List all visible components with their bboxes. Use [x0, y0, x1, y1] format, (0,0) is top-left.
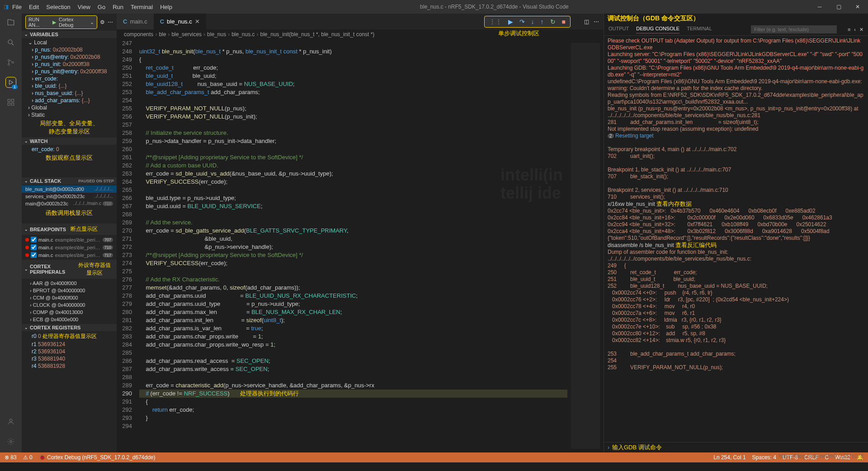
console-output[interactable]: Please check OUTPUT tab (Adapter Output)… — [604, 36, 868, 442]
minimize-icon[interactable]: ─ — [813, 4, 826, 10]
breadcrumb-segment[interactable]: ble_nus — [207, 31, 226, 38]
section-watch[interactable]: ⌄WATCH — [22, 138, 117, 145]
variable-item[interactable]: › err_code: — [22, 75, 117, 82]
section-callstack[interactable]: ⌄CALL STACKPAUSED ON STEP — [22, 177, 117, 185]
settings-gear-icon[interactable] — [5, 436, 16, 447]
peripheral-item[interactable]: › CCM @ 0x4000f000 — [22, 294, 117, 301]
scope-local[interactable]: ⌄ Local — [22, 39, 117, 46]
more-actions-icon[interactable]: ⋯ — [594, 19, 599, 25]
variable-item[interactable]: › p_nus_init@entry: 0x2000ff38 — [22, 68, 117, 75]
callstack-frame[interactable]: main@0x0002b23c../../../../main.c 710 — [22, 200, 117, 207]
search-icon[interactable] — [5, 37, 16, 48]
svg-rect-6 — [8, 103, 10, 105]
panel-collapse-icon[interactable]: ‹ — [854, 27, 856, 33]
callstack-frame[interactable]: ble_nus_init@0x0002cd00../../../../... — [22, 186, 117, 193]
section-registers[interactable]: ⌄CORTEX REGISTERS — [22, 324, 117, 331]
register-item[interactable]: r2 536936104 — [22, 348, 117, 355]
step-out-icon[interactable]: ↑ — [541, 18, 544, 25]
breakpoint-item[interactable]: main.c examples\ble_peripheral\... 710 — [22, 243, 117, 251]
breakpoint-item[interactable]: main.c examples\ble_peripheral\... 717 — [22, 251, 117, 259]
note-callstack: 函数调用栈显示区 — [22, 208, 117, 218]
panel-tab-output[interactable]: OUTPUT — [609, 26, 629, 33]
step-into-icon[interactable]: ↓ — [531, 18, 534, 25]
restart-icon[interactable]: ↻ — [550, 18, 556, 25]
callstack-frame[interactable]: services_init@0x0002b23c../../../../... — [22, 193, 117, 200]
panel-tab-debug-console[interactable]: DEBUG CONSOLE — [636, 26, 679, 33]
watch-item[interactable]: err_code: 0 — [22, 146, 117, 153]
variable-item[interactable]: › p_nus_init: 0x2000ff38 — [22, 61, 117, 68]
menu-run[interactable]: Run — [109, 4, 127, 10]
menu-file[interactable]: File — [9, 4, 25, 10]
breakpoint-checkbox[interactable] — [31, 252, 37, 258]
status-position[interactable]: Ln 254, Col 1 — [713, 454, 745, 461]
variable-item[interactable]: › p_nus: 0x20002b08 — [22, 46, 117, 53]
breadcrumb-segment[interactable]: ble_nus.c — [231, 31, 255, 38]
code-editor[interactable]: uint32_t ble_nus_init(ble_nus_t * p_nus,… — [139, 39, 567, 452]
peripheral-item[interactable]: › BPROT @ 0x40000000 — [22, 287, 117, 294]
menu-help[interactable]: Help — [156, 4, 176, 10]
source-control-icon[interactable] — [5, 57, 16, 68]
section-breakpoints[interactable]: ⌄BREAKPOINTS断点显示区 — [22, 224, 117, 235]
peripheral-item[interactable]: › COMP @ 0x40013000 — [22, 309, 117, 316]
breakpoint-checkbox[interactable] — [31, 237, 37, 243]
run-debug-icon[interactable]: 1 — [5, 77, 16, 88]
status-errors[interactable]: ⊗ 83 — [5, 454, 17, 461]
run-config-dropdown[interactable]: RUN AN... ▶ Cortex Debug ⌄ — [25, 15, 97, 29]
account-icon[interactable] — [5, 416, 16, 427]
panel-close-icon[interactable]: ✕ — [859, 27, 863, 33]
panel-settings-icon[interactable]: ≡ — [848, 27, 850, 33]
close-icon[interactable]: ✕ — [851, 4, 864, 10]
register-item[interactable]: r1 536936124 — [22, 341, 117, 348]
panel-tab-terminal[interactable]: TERMINAL — [687, 26, 712, 33]
step-over-icon[interactable]: ↷ — [519, 18, 525, 25]
drag-handle-icon[interactable]: ⋮⋮ — [489, 18, 502, 25]
minimap[interactable] — [567, 39, 604, 452]
menu-edit[interactable]: Edit — [25, 4, 42, 10]
menu-go[interactable]: Go — [94, 4, 109, 10]
editor-tab[interactable]: C main.c — [117, 14, 154, 29]
section-peripherals[interactable]: ⌄CORTEX PERIPHERALS外设寄存器值显示区 — [22, 260, 117, 279]
register-item[interactable]: r0 0 处理器寄存器值显示区 — [22, 332, 117, 341]
gutter[interactable]: 2472482492502512522532542552562572582592… — [117, 39, 139, 452]
register-item[interactable]: r4 536881928 — [22, 362, 117, 370]
breadcrumb-segment[interactable]: ble_services — [171, 31, 202, 38]
status-warnings[interactable]: ⚠ 0 — [23, 454, 33, 461]
status-spaces[interactable]: Spaces: 4 — [752, 454, 776, 461]
variable-item[interactable]: › add_char_params: {...} — [22, 97, 117, 104]
breadcrumb-segment[interactable]: ble — [159, 31, 166, 38]
breadcrumb-segment[interactable]: components — [124, 31, 153, 38]
breakpoint-item[interactable]: main.c examples\ble_peripheral\... 707 — [22, 236, 117, 243]
register-item[interactable]: r3 536881940 — [22, 355, 117, 362]
menu-selection[interactable]: Selection — [42, 4, 74, 10]
prompt-arrow-icon: › — [608, 444, 609, 451]
stop-icon[interactable]: ■ — [562, 18, 566, 25]
breadcrumb-segment[interactable]: ble_nus_init(ble_nus_t *, ble_nus_init_t… — [260, 31, 375, 38]
variable-item[interactable]: › p_nus@entry: 0x20002b08 — [22, 53, 117, 61]
status-debug-target[interactable]: 🐞 Cortex Debug (nRF5_SDK_17.0.2_d674dde) — [39, 454, 156, 461]
note-step-toolbar: 单步调试控制区 — [497, 29, 540, 38]
variable-item[interactable]: › ble_uuid: {...} — [22, 82, 117, 90]
scope-global[interactable]: › Global — [22, 104, 117, 111]
explorer-icon[interactable] — [5, 17, 16, 28]
peripheral-item[interactable]: › AAR @ 0x4000f000 — [22, 280, 117, 287]
filter-input[interactable] — [751, 25, 837, 33]
svg-point-8 — [9, 419, 12, 422]
svg-rect-7 — [12, 103, 14, 105]
section-variables[interactable]: ⌄VARIABLES — [22, 31, 117, 38]
peripheral-item[interactable]: › ECB @ 0x4000e000 — [22, 316, 117, 323]
more-icon[interactable]: ⋯ — [108, 19, 113, 25]
editor-tab[interactable]: C ble_nus.c ✕ — [154, 14, 206, 29]
scope-static[interactable]: › Static — [22, 111, 117, 119]
tab-close-icon[interactable]: ✕ — [195, 18, 200, 25]
peripheral-item[interactable]: › CLOCK @ 0x40000000 — [22, 301, 117, 309]
menu-terminal[interactable]: Terminal — [127, 4, 156, 10]
continue-icon[interactable]: ▶ — [508, 18, 513, 25]
gear-icon[interactable]: ⚙ — [100, 19, 105, 25]
maximize-icon[interactable]: ▢ — [832, 4, 845, 10]
split-editor-icon[interactable]: ◫ — [584, 19, 589, 25]
menu-view[interactable]: View — [74, 4, 94, 10]
variable-item[interactable]: › nus_base_uuid: {...} — [22, 90, 117, 97]
blog-watermark: https://blog.csdn.net/m0_37621078 — [779, 453, 863, 459]
breakpoint-checkbox[interactable] — [31, 244, 37, 250]
extensions-icon[interactable] — [5, 97, 16, 108]
